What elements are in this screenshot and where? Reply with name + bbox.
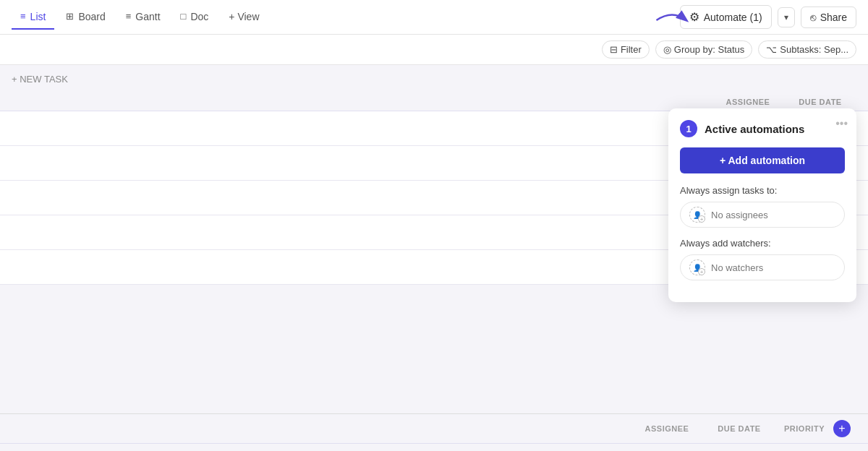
nav-tabs: ≡ List ⊞ Board ≡ Gantt □ Doc + View xyxy=(12,5,268,30)
share-button[interactable]: ⎋ Share xyxy=(801,7,856,28)
no-watchers-label: No watchers xyxy=(711,262,763,273)
active-count: 1 xyxy=(686,124,691,134)
top-nav: ≡ List ⊞ Board ≡ Gantt □ Doc + View ⚙ Au… xyxy=(0,0,868,35)
filter-label: Filter xyxy=(621,44,642,55)
col-header-assignee: ASSIGNEE xyxy=(712,98,784,106)
group-label: Group by: Status xyxy=(674,44,745,55)
add-circle-icon[interactable]: + xyxy=(833,420,851,437)
filter-bar: ⊟ Filter ◎ Group by: Status ⌥ Subtasks: … xyxy=(0,35,868,65)
active-count-badge: 1 xyxy=(680,120,697,137)
group-icon: ◎ xyxy=(663,44,671,55)
bottom-col-duedate: DUE DATE xyxy=(703,424,775,433)
nav-right: ⚙ Automate (1) ▾ ⎋ Share xyxy=(680,5,856,29)
tab-gantt-label: Gantt xyxy=(135,11,160,22)
bottom-table: ASSIGNEE DUE DATE PRIORITY + xyxy=(0,413,868,444)
tab-add-view[interactable]: + View xyxy=(220,5,268,30)
tab-board-label: Board xyxy=(78,11,105,22)
tab-list-label: List xyxy=(30,11,46,22)
bottom-col-priority: PRIORITY xyxy=(775,424,833,433)
no-watchers-pill[interactable]: 👤 + No watchers xyxy=(680,254,845,280)
group-by-chip[interactable]: ◎ Group by: Status xyxy=(655,40,753,59)
main-content: + NEW TASK ASSIGNEE DUE DATE 👤 + 📅 xyxy=(0,65,868,444)
tab-list[interactable]: ≡ List xyxy=(12,5,54,30)
add-automation-label: + Add automation xyxy=(720,155,805,166)
share-icon: ⎋ xyxy=(810,12,816,23)
add-automation-button[interactable]: + Add automation xyxy=(680,147,845,173)
col-header-duedate: DUE DATE xyxy=(784,98,856,106)
subtasks-label: Subtasks: Sep... xyxy=(780,44,848,55)
panel-title: Active automations xyxy=(705,123,804,135)
automate-chevron[interactable]: ▾ xyxy=(778,7,795,27)
automation-panel: ••• 1 Active automations + Add automatio… xyxy=(668,108,856,302)
share-label: Share xyxy=(820,12,847,23)
arrow-indicator xyxy=(651,6,694,38)
more-options-button[interactable]: ••• xyxy=(835,117,848,130)
watcher-avatar-placeholder: 👤 + xyxy=(689,259,705,275)
filter-chip[interactable]: ⊟ Filter xyxy=(602,40,650,59)
watchers-section-label: Always add watchers: xyxy=(680,238,845,249)
bottom-col-assignee: ASSIGNEE xyxy=(631,424,703,433)
add-section-button[interactable]: + xyxy=(833,420,856,437)
filter-icon: ⊟ xyxy=(610,44,618,55)
automate-label: Automate (1) xyxy=(704,12,762,23)
panel-header: 1 Active automations xyxy=(680,120,845,137)
subtasks-icon: ⌥ xyxy=(766,44,777,55)
assignees-section-label: Always assign tasks to: xyxy=(680,185,845,196)
tab-add-view-label: + View xyxy=(229,11,259,22)
tab-doc[interactable]: □ Doc xyxy=(172,5,218,30)
board-icon: ⊞ xyxy=(66,11,74,22)
no-assignees-label: No assignees xyxy=(711,210,768,220)
new-task-row[interactable]: + NEW TASK xyxy=(0,65,868,93)
bottom-table-header: ASSIGNEE DUE DATE PRIORITY + xyxy=(0,414,868,444)
new-task-label: + NEW TASK xyxy=(12,74,68,85)
pill-plus-icon: + xyxy=(698,215,705,223)
gantt-icon: ≡ xyxy=(126,11,132,22)
list-icon: ≡ xyxy=(20,11,26,22)
pill-plus-icon: + xyxy=(698,268,705,275)
no-assignees-pill[interactable]: 👤 + No assignees xyxy=(680,202,845,228)
assignee-avatar-placeholder: 👤 + xyxy=(689,207,705,223)
doc-icon: □ xyxy=(181,11,187,22)
tab-doc-label: Doc xyxy=(190,11,208,22)
subtasks-chip[interactable]: ⌥ Subtasks: Sep... xyxy=(758,40,856,59)
tab-gantt[interactable]: ≡ Gantt xyxy=(117,5,169,30)
tab-board[interactable]: ⊞ Board xyxy=(57,5,114,30)
